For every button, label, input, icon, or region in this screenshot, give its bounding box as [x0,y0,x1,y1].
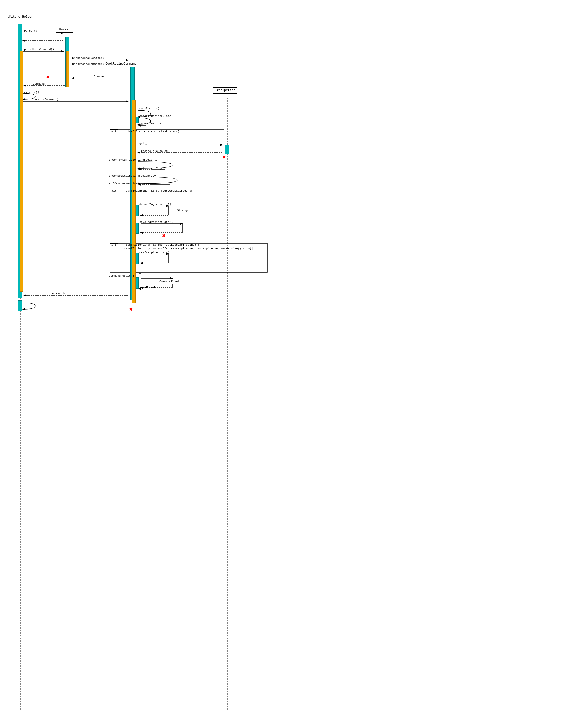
msg-commandresult-constructor: CommandResult() [109,274,134,277]
msg-checkifrecipeexists: checkIfRecipeExists() [139,114,175,118]
frame-condition-alt3b: (!sufficientIngr && !suffButLessExpiredI… [124,247,253,250]
msg-recipetobecoked: .recipeToBeCooked [139,150,168,153]
msg-cookrecipecommand-constructor: CookRecipeCommand() [72,62,104,66]
msg-preparecookrecipe: prepareCookRecipe() [72,56,104,59]
msg-cookrecipe: cookRecipe() [139,107,159,110]
x-mark-bottom: ✖ [129,307,133,313]
lifeline-kitchenhelper: :KitchenHelper [5,14,35,20]
x-mark-save: ✖ [162,233,166,239]
frame-label-alt2: alt [110,189,118,193]
msg-execute: execute() [24,91,39,94]
object-commandresult: CommandResult [157,279,183,284]
msg-parser-constructor: Parser() [24,29,37,32]
activation-parser-yellow [66,51,70,87]
msg-executecommand: executeCommand() [33,98,60,101]
msg-cmdresult-1: cmdResult [142,286,157,289]
frame-condition-alt3a: [(sufficientIngr && !suffButLessExpiredI… [124,243,201,246]
activation-kitchenhelper-bottom [18,301,22,311]
msg-command-return-2: Command [33,82,45,85]
activation-recipelist-1 [225,145,229,154]
msg-cmdresult-2: cmdResult [51,292,65,295]
object-storage: Storage [175,208,191,213]
frame-label-alt1: alt [110,129,118,133]
msg-get: get() [139,142,148,145]
activation-crc-save [136,223,139,234]
x-mark-recipelist: ✖ [222,155,226,161]
msg-indexofrecipe: indexOfRecipe [139,122,161,125]
lifeline-recipelist: :recipeList [213,87,237,94]
msg-command-return-1: Command [94,75,105,78]
sequence-diagram: :KitchenHelper Parser CookRecipeCommand … [0,0,586,728]
activation-crc-deduct [136,205,139,216]
msg-checkforsufficientingredients: checkForSufficientIngredients() [109,158,161,161]
activation-crc-check [136,116,139,123]
lifeline-cookrecipecommand: CookRecipeCommand [99,61,143,67]
frame-condition-alt2: [sufficientIngr && suffButLessExpiredIng… [124,189,194,192]
frame-condition-alt1: indexOfRecipe > recipeList.size() [124,130,179,133]
activation-crc-craft [136,253,139,264]
msg-suffbutlessexpiredingr: suffButLessExpiredIngr [109,182,146,185]
msg-sufficientingr: sufficientIngr [139,167,163,170]
msg-craftexpiredlist: craftExpiredList() [139,251,169,254]
msg-deductingredients: deductIngredients() [139,203,171,206]
x-mark-parser: ✖ [46,75,49,80]
frame-label-alt3: alt [110,243,118,248]
activation-crc-cmdresult [136,277,139,289]
msg-parseusercommand: parseUserCommand() [24,48,54,51]
msg-saveingredientdata: saveIngredientData() [139,220,173,224]
activation-kitchenhelper-yellow [20,51,23,291]
lifeline-parser: Parser [56,27,74,33]
msg-checknotexpiredingredientqty: checkNotExpiredIngredientQty [109,174,156,177]
